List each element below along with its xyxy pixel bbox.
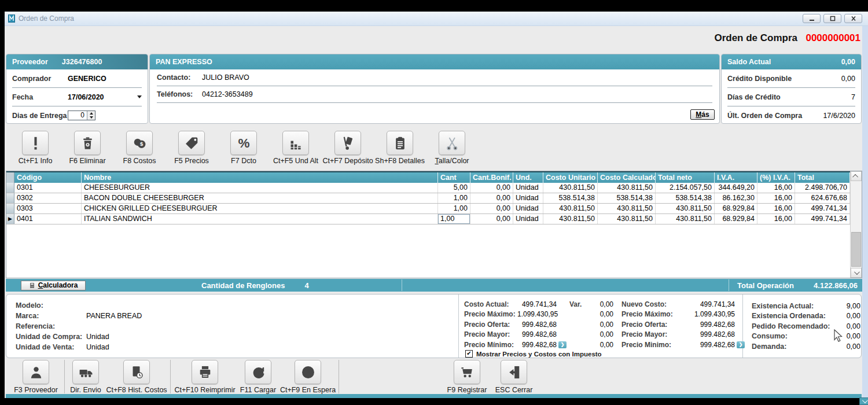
grid-cell[interactable]: 430.811,50 [656,204,715,213]
grid-cell[interactable]: 2.498.706,70 [795,183,850,193]
table-row[interactable]: 0301CHEESEBURGUER5,000,00Unidad430.811,5… [6,183,850,193]
selected-row-indicator[interactable]: ▶ [6,214,14,224]
stock-row-existencia-ordenada: Existencia Ordenada:0,00 [752,311,860,321]
contacto-field[interactable]: JULIO BRAVO [202,73,249,82]
ct-f9-en-espera-button[interactable] [295,360,321,384]
corner-scroll-down-icon[interactable] [859,397,868,405]
bottom-accent-strip [6,394,862,398]
grid-cell[interactable]: 538.514,38 [656,193,715,203]
toolbar-item-esc-cerrar: ESC Cerrar [491,360,536,394]
scroll-up-icon[interactable] [851,171,862,181]
grid-cell[interactable]: CHICKEN GRILLED CHEESEBURGUER [82,204,438,213]
price-value: 999.482,68 [517,341,557,349]
grid-cell[interactable]: 430.811,50 [543,214,598,224]
maximize-button[interactable] [823,14,841,23]
minimize-button[interactable] [803,14,821,23]
supplier-name-header: PAN EXPRESSO [150,54,719,69]
price-value: 1.099.430,95 [517,310,557,318]
ct-f1-info-label: Ct+F1 Info [19,157,53,165]
grid-cell[interactable]: 430.811,50 [598,214,656,224]
grid-cell[interactable]: 0401 [14,214,82,224]
mas-button[interactable]: Más [690,109,715,120]
grid-cell[interactable]: 1,00 [438,204,470,213]
f9-registrar-button[interactable] [454,360,480,384]
f8-costos-button[interactable]: $ [126,131,153,155]
ct-f1-info-button[interactable] [22,131,49,155]
grid-cell[interactable]: 538.514,38 [543,193,598,203]
ct-f7-dep-sito-button[interactable] [334,131,361,155]
grid-cell[interactable]: 0,00 [470,193,513,203]
grid-cell[interactable]: 0,00 [470,214,513,224]
grid-cell[interactable]: 5,00 [438,183,470,193]
grid-cell[interactable]: Unidad [513,193,543,203]
grid-cell[interactable]: Unidad [513,214,543,224]
stepper-down-icon[interactable] [87,116,95,120]
row-selector[interactable] [6,204,14,213]
sh-f8-detalles-button[interactable] [387,131,413,155]
table-row[interactable]: ▶0401ITALIAN SANDWICH1,000,00Unidad430.8… [6,214,850,224]
grid-cell[interactable]: 624.676,68 [795,193,850,203]
grid-cell[interactable]: 0,00 [470,204,513,213]
row-selector[interactable] [6,183,14,193]
ct-f8-hist-costos-button[interactable] [123,360,150,384]
total-operacion-value: 4.122.866,06 [804,281,858,290]
f7-dcto-button[interactable]: % [230,131,257,155]
grid-cell[interactable]: 16,00 [757,204,795,213]
fecha-dropdown-icon[interactable] [137,95,142,98]
expand-price-arrow-icon[interactable]: ❯ [737,341,745,348]
grid-cell[interactable]: 86.162,30 [715,193,757,203]
row-selector[interactable] [6,193,14,203]
f5-precios-button[interactable] [178,131,205,155]
grid-cell[interactable]: 16,00 [757,214,795,224]
calculadora-button[interactable]: Calculadora [21,281,86,290]
talla-color-button[interactable] [439,131,465,155]
grid-cell[interactable]: 499.741,34 [795,214,850,224]
grid-cell[interactable]: 1,00 [438,193,470,203]
close-button[interactable] [844,14,862,23]
grid-cell[interactable]: 499.741,34 [795,204,850,213]
grid-cell[interactable]: 344.649,20 [715,183,757,193]
grid-cell[interactable]: Unidad [513,204,543,213]
ct-f5-und-alt-button[interactable] [282,131,309,155]
grid-cell[interactable]: 430.811,50 [656,214,715,224]
f6-eliminar-button[interactable] [74,131,101,155]
table-row[interactable]: 0302BACON DOUBLE CHEESEBURGER1,000,00Uni… [6,193,850,204]
table-row[interactable]: 0303CHICKEN GRILLED CHEESEBURGUER1,000,0… [6,204,850,214]
grid-cell[interactable]: 0301 [14,183,82,193]
fecha-field[interactable]: 17/06/2020 [68,93,104,101]
grid-scrollbar[interactable] [850,171,862,278]
grid-cell[interactable]: 538.514,38 [598,193,656,203]
scroll-down-icon[interactable] [851,268,862,278]
toolbar-item-f11-cargar: F11 Cargar [237,360,279,394]
grid-cell[interactable]: BACON DOUBLE CHEESEBURGER [82,193,438,203]
dias-entrega-stepper[interactable]: 0 [68,111,95,120]
stepper-up-icon[interactable] [87,111,95,116]
mostrar-precios-checkbox[interactable] [465,350,473,358]
telefonos-field[interactable]: 04212-3653489 [202,90,253,98]
grid-cell[interactable]: CHEESEBURGUER [82,183,438,193]
grid-cell[interactable]: 16,00 [757,193,795,203]
grid-cell[interactable]: 2.154.057,50 [656,183,715,193]
grid-cell[interactable]: 0302 [14,193,82,203]
grid-cell[interactable]: ITALIAN SANDWICH [82,214,438,224]
esc-cerrar-button[interactable] [501,360,527,384]
grid-cell[interactable]: 0303 [14,204,82,213]
grid-cell[interactable]: 430.811,50 [598,183,656,193]
expand-price-arrow-icon[interactable]: ❯ [558,341,567,348]
dir-envio-button[interactable] [72,360,99,384]
grid-cell[interactable]: Unidad [513,183,543,193]
grid-cell[interactable]: 430.811,50 [543,183,598,193]
grid-cell[interactable]: 430.811,50 [598,204,656,213]
dias-entrega-value[interactable]: 0 [68,111,87,120]
comprador-field[interactable]: GENERICO [68,75,106,83]
f3-proveedor-button[interactable] [23,360,49,384]
grid-cell[interactable]: 1,00 [438,214,470,224]
grid-cell[interactable]: 0,00 [470,183,513,193]
grid-cell[interactable]: 16,00 [757,183,795,193]
f11-cargar-button[interactable] [245,360,271,384]
scrollbar-thumb[interactable] [851,232,861,267]
grid-cell[interactable]: 68.929,84 [715,214,757,224]
grid-cell[interactable]: 68.929,84 [715,204,757,213]
grid-cell[interactable]: 430.811,50 [543,204,598,213]
ct-f10-reimprimir-button[interactable] [192,360,218,384]
